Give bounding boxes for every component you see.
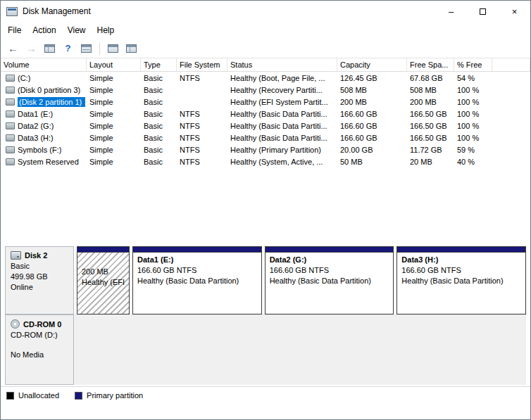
menu-file[interactable]: File [2, 23, 27, 37]
help-icon[interactable]: ? [60, 41, 76, 56]
cell-status: Healthy (Basic Data Partiti... [227, 122, 337, 130]
column-header-status[interactable]: Status [227, 58, 337, 71]
cell-file-system: NTFS [177, 122, 227, 130]
disk-kind: Basic [11, 262, 69, 270]
column-header-volume[interactable]: Volume [1, 58, 87, 71]
popup-menu-icon[interactable] [105, 41, 121, 56]
show-console-tree-icon[interactable] [42, 41, 58, 56]
volume-label: (C:) [18, 74, 30, 82]
volume-disk-icon [6, 110, 15, 117]
popup-menu-glyph [108, 44, 118, 53]
disk-name: Disk 2 [11, 251, 69, 260]
partition-type-strip [266, 247, 394, 253]
cell-status: Healthy (Basic Data Partiti... [227, 134, 337, 142]
window-title: Disk Management [23, 6, 435, 16]
cell-pct-free: 100 % [454, 110, 492, 118]
partition-size: 200 MB [82, 267, 125, 277]
cdrom-panel[interactable]: CD-ROM 0 CD-ROM (D:) No Media [5, 314, 74, 385]
close-button[interactable]: × [499, 1, 530, 22]
unallocated-swatch-icon [6, 392, 14, 400]
table-row[interactable]: System Reserved Simple Basic NTFS Health… [1, 155, 530, 167]
cdrom-name-label: CD-ROM 0 [23, 320, 61, 329]
disk-management-window: Disk Management – × File Action View Hel… [0, 0, 531, 420]
titlebar[interactable]: Disk Management – × [1, 1, 530, 22]
cell-layout: Simple [87, 86, 141, 94]
partition-label: Data2 (G:) [270, 255, 389, 265]
cell-layout: Simple [87, 134, 141, 142]
partition-status: Healthy (Basic Data Partition) [401, 276, 521, 286]
cell-pct-free: 100 % [454, 98, 492, 106]
cdrom-media-area[interactable] [74, 314, 526, 385]
cell-volume: (C:) [1, 74, 87, 82]
cell-volume: Symbols (F:) [1, 146, 87, 154]
cell-layout: Simple [87, 98, 141, 106]
cell-type: Basic [141, 86, 177, 94]
table-row[interactable]: Data2 (G:) Simple Basic NTFS Healthy (Ba… [1, 120, 530, 132]
cell-pct-free: 40 % [454, 158, 492, 166]
table-row[interactable]: Symbols (F:) Simple Basic NTFS Healthy (… [1, 144, 530, 155]
cell-capacity: 166.60 GB [337, 134, 407, 142]
cell-free-space: 11.72 GB [407, 146, 454, 154]
app-icon [6, 7, 18, 16]
volume-disk-icon [6, 98, 15, 106]
column-header-file-system[interactable]: File System [177, 58, 227, 71]
action-pane-glyph [126, 44, 137, 53]
cell-file-system: NTFS [177, 158, 227, 166]
partition-body: Data2 (G:) 166.60 GB NTFS Healthy (Basic… [266, 253, 394, 288]
volume-label: Data2 (G:) [18, 122, 54, 130]
maximize-icon [480, 8, 486, 15]
disk-size: 499.98 GB [11, 272, 69, 281]
table-row-selected[interactable]: (Disk 2 partition 1) Simple Basic Health… [1, 96, 530, 108]
volume-disk-icon [6, 122, 15, 129]
menu-view[interactable]: View [62, 23, 92, 37]
volume-disk-icon [6, 75, 15, 82]
table-row[interactable]: (C:) Simple Basic NTFS Healthy (Boot, Pa… [1, 72, 530, 84]
cell-volume: Data3 (H:) [1, 134, 87, 142]
partition-label: Data3 (H:) [401, 255, 521, 265]
column-header-pct-free[interactable]: % Free [454, 58, 492, 71]
cell-layout: Simple [87, 122, 141, 130]
table-row[interactable]: Data3 (H:) Simple Basic NTFS Healthy (Ba… [1, 132, 530, 144]
cell-free-space: 200 MB [407, 98, 454, 106]
cell-capacity: 508 MB [337, 86, 407, 94]
partition-body: 200 MB Healthy (EFI [77, 253, 129, 314]
cell-layout: Simple [87, 158, 141, 166]
cell-type: Basic [141, 122, 177, 130]
forward-icon[interactable]: → [23, 41, 39, 56]
column-header-type[interactable]: Type [141, 58, 177, 71]
volume-disk-icon [6, 87, 15, 94]
back-icon[interactable]: ← [5, 41, 21, 56]
cell-status: Healthy (Boot, Page File, ... [227, 74, 337, 82]
partition-type-strip [397, 247, 525, 253]
column-header-free-space[interactable]: Free Spa... [407, 58, 454, 71]
table-row[interactable]: Data1 (E:) Simple Basic NTFS Healthy (Ba… [1, 108, 530, 120]
disk-2-row: Disk 2 Basic 499.98 GB Online 200 MB Hea… [5, 246, 526, 314]
partition-data1[interactable]: Data1 (E:) 166.60 GB NTFS Healthy (Basic… [132, 246, 262, 314]
minimize-button[interactable]: – [435, 1, 467, 22]
cell-pct-free: 59 % [454, 146, 492, 154]
action-pane-icon[interactable] [123, 41, 139, 56]
volume-label: (Disk 2 partition 1) [18, 97, 85, 107]
cell-capacity: 50 MB [337, 158, 407, 166]
cell-volume: Data1 (E:) [1, 110, 87, 118]
disk-2-panel[interactable]: Disk 2 Basic 499.98 GB Online [5, 246, 74, 314]
cell-file-system: NTFS [177, 146, 227, 154]
column-header-capacity[interactable]: Capacity [337, 58, 407, 71]
partition-size: 166.60 GB NTFS [401, 265, 521, 276]
menu-help[interactable]: Help [92, 23, 120, 37]
partition-efi-selected[interactable]: 200 MB Healthy (EFI [77, 246, 130, 314]
column-header-layout[interactable]: Layout [87, 58, 141, 71]
export-list-icon[interactable] [78, 41, 94, 56]
table-row[interactable]: (Disk 0 partition 3) Simple Basic Health… [1, 84, 530, 96]
menu-action[interactable]: Action [27, 23, 61, 37]
partition-body: Data1 (E:) 166.60 GB NTFS Healthy (Basic… [133, 253, 261, 288]
cdrom-icon [11, 319, 20, 329]
partition-status: Healthy (Basic Data Partition) [270, 276, 389, 286]
disk-2-partitions: 200 MB Healthy (EFI Data1 (E:) 166.60 GB… [77, 246, 526, 314]
partition-data2[interactable]: Data2 (G:) 166.60 GB NTFS Healthy (Basic… [265, 246, 394, 314]
volume-disk-icon [6, 146, 15, 153]
partition-data3[interactable]: Data3 (H:) 166.60 GB NTFS Healthy (Basic… [396, 246, 526, 314]
maximize-button[interactable] [467, 1, 499, 22]
cell-layout: Simple [87, 74, 141, 82]
legend-unallocated-label: Unallocated [18, 391, 59, 400]
